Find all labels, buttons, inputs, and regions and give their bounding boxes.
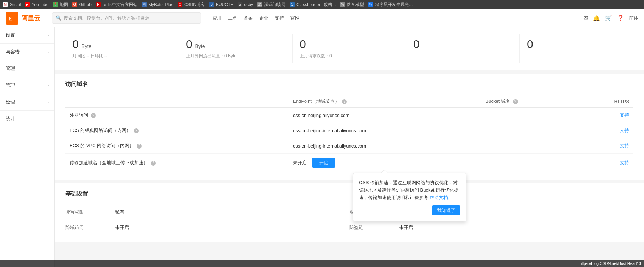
setting-row-cross: 跨域访问 未开启 (65, 220, 349, 235)
tab-redis[interactable]: R redis中文官方网站 (96, 2, 137, 8)
row-type-ecs-vpc: ECS 的 VPC 网络访问（内网） ? (65, 138, 289, 154)
setting-label-cross: 跨域访问 (65, 224, 115, 231)
tooltip-confirm-button[interactable]: 我知道了 (432, 205, 460, 215)
tab-mybatis-label: MyBatis-Plus (148, 2, 173, 7)
tab-gitlab[interactable]: G GitLab (72, 2, 92, 7)
sidebar-label-tolerance: 与容错 (6, 49, 20, 55)
source-favicon: 源 (257, 2, 262, 7)
tab-model[interactable]: 数 数学模型 (340, 2, 364, 8)
tab-qcby[interactable]: q qcby (238, 2, 253, 7)
ecs-vpc-help-icon[interactable]: ? (137, 144, 142, 149)
classloader-favicon: C (290, 2, 295, 7)
col-header-type (65, 95, 289, 108)
stat-label-0: 月同比 -- 日环比 -- (72, 53, 171, 59)
settings-left: 读写权限 私有 跨域访问 未开启 (65, 205, 349, 235)
tab-qcby-label: qcby (244, 2, 253, 7)
redis-favicon: R (96, 2, 101, 7)
chevron-right-icon-4: › (48, 84, 49, 87)
bell-icon[interactable]: 🔔 (593, 15, 600, 21)
tab-youtube[interactable]: ▶ YouTube (25, 2, 48, 7)
sidebar-item-process[interactable]: 处理 › (0, 94, 54, 111)
row-endpoint-ecs-classic: oss-cn-beijing-internal.aliyuncs.com (289, 123, 481, 138)
logo-area[interactable]: ⊡ 阿里云 (6, 12, 40, 25)
mybatis-favicon: M (142, 2, 147, 7)
sidebar-item-manage2[interactable]: 管理 › (0, 77, 54, 94)
row-https-external: 支持 (578, 108, 633, 123)
gmail-favicon: M (3, 2, 8, 7)
setting-row-hotlink: 防盗链 未开启 (349, 220, 633, 235)
nav-gong-dan[interactable]: 工单 (228, 15, 237, 21)
status-bar-text: https://blog.CSDN.net/Bust Heart13 (579, 261, 641, 266)
external-help-icon[interactable]: ? (91, 113, 96, 118)
stat-value-3: 0 (413, 38, 420, 50)
enable-transfer-button[interactable]: 开启 (312, 158, 335, 168)
row-https-ecs-vpc: 支持 (578, 138, 633, 154)
stat-value-2: 0 (300, 38, 306, 50)
tab-buuctf[interactable]: B BUUCTF (209, 2, 233, 7)
nav-zhi-chi[interactable]: 支持 (275, 15, 284, 21)
nav-guan-wang[interactable]: 官网 (290, 15, 300, 21)
sidebar-label-manage1: 管理 (6, 65, 15, 72)
https-support-transfer[interactable]: 支持 (620, 160, 629, 165)
stat-item-2: 0 上月请求次数：0 (293, 34, 406, 63)
setting-value-rw: 私有 (115, 209, 124, 215)
tab-gmail-label: Gmail (10, 2, 21, 7)
setting-value-hotlink: 未开启 (399, 224, 413, 231)
row-bucket-external (481, 108, 578, 123)
tooltip-help-link[interactable]: 帮助文档。 (430, 195, 453, 200)
dev-favicon: 程 (368, 2, 373, 7)
tab-source[interactable]: 源 源码阅读网 (257, 2, 285, 8)
tab-map-label: 地图 (60, 2, 68, 8)
nav-items: 费用 工单 备案 企业 支持 官网 (212, 15, 300, 21)
stat-unit-1: Byte (195, 43, 205, 49)
help-icon[interactable]: ❓ (617, 15, 624, 21)
top-navigation: ⊡ 阿里云 🔍 搜索文档、控制台、API、解决方案和资源 费用 工单 备案 企业… (0, 9, 644, 27)
tab-classloader-label: ClassLoader · 攻击... (296, 2, 336, 8)
email-icon[interactable]: ✉ (583, 15, 588, 21)
sidebar-item-settings[interactable]: 设置 › (0, 27, 54, 44)
stat-unit-0: Byte (81, 43, 91, 49)
tab-model-label: 数学模型 (347, 2, 364, 8)
tooltip-popup: OSS 传输加速，通过互联网网络与协议优化，对偏远地区及跨洋等远距离访问 Buc… (353, 173, 466, 221)
domain-table: EndPoint（地域节点） ? Bucket 域名 ? HTTPS 外网访问 (65, 95, 633, 172)
logo-text: 阿里云 (21, 14, 40, 22)
https-support-ecs-classic[interactable]: 支持 (620, 128, 629, 133)
tab-classloader[interactable]: C ClassLoader · 攻击... (290, 2, 336, 8)
sidebar-item-manage1[interactable]: 管理 › (0, 60, 54, 77)
tab-csdn[interactable]: C CSDN博客 (178, 2, 205, 8)
tab-csdn-label: CSDN博客 (184, 2, 205, 8)
tab-gmail[interactable]: M Gmail (3, 2, 21, 7)
row-type-transfer: 传输加速域名（全地域上传下载加速） ? (65, 154, 289, 172)
buuctf-favicon: B (209, 2, 214, 7)
nav-bei-an[interactable]: 备案 (244, 15, 253, 21)
transfer-help-icon[interactable]: ? (151, 161, 156, 166)
tab-map[interactable]: 📍 地图 (53, 2, 68, 8)
bucket-help-icon[interactable]: ? (513, 99, 518, 104)
tab-mybatis[interactable]: M MyBatis-Plus (142, 2, 173, 7)
logo-icon: ⊡ (6, 12, 18, 25)
tab-dev-label: 程序员开发专属激... (375, 2, 413, 8)
sidebar-label-manage2: 管理 (6, 82, 15, 89)
sidebar-label-stats: 统计 (6, 116, 15, 122)
table-row-ecs-classic: ECS 的经典网络访问（内网） ? oss-cn-beijing-interna… (65, 123, 633, 138)
nav-fei-yong[interactable]: 费用 (212, 15, 222, 21)
model-favicon: 数 (340, 2, 345, 7)
main-layout: 设置 › 与容错 › 管理 › 管理 › 处理 › 统计 › 0 (0, 27, 644, 267)
https-support-ecs-vpc[interactable]: 支持 (620, 143, 629, 148)
row-https-transfer: 支持 (578, 154, 633, 172)
setting-value-cross: 未开启 (115, 224, 129, 231)
tab-dev[interactable]: 程 程序员开发专属激... (368, 2, 413, 8)
endpoint-help-icon[interactable]: ? (342, 99, 347, 104)
chevron-right-icon-2: › (48, 50, 49, 54)
sidebar-item-tolerance[interactable]: 与容错 › (0, 44, 54, 60)
language-button[interactable]: 简体 (629, 15, 638, 21)
ecs-classic-help-icon[interactable]: ? (134, 128, 139, 133)
stat-value-4: 0 (527, 38, 533, 50)
nav-qi-ye[interactable]: 企业 (259, 15, 268, 21)
stat-item-4: 0 (520, 34, 633, 63)
qcby-favicon: q (238, 2, 242, 7)
cart-icon[interactable]: 🛒 (605, 15, 612, 21)
sidebar-item-stats[interactable]: 统计 › (0, 111, 54, 127)
search-bar[interactable]: 🔍 搜索文档、控制台、API、解决方案和资源 (52, 12, 201, 24)
https-support-external[interactable]: 支持 (620, 112, 629, 118)
